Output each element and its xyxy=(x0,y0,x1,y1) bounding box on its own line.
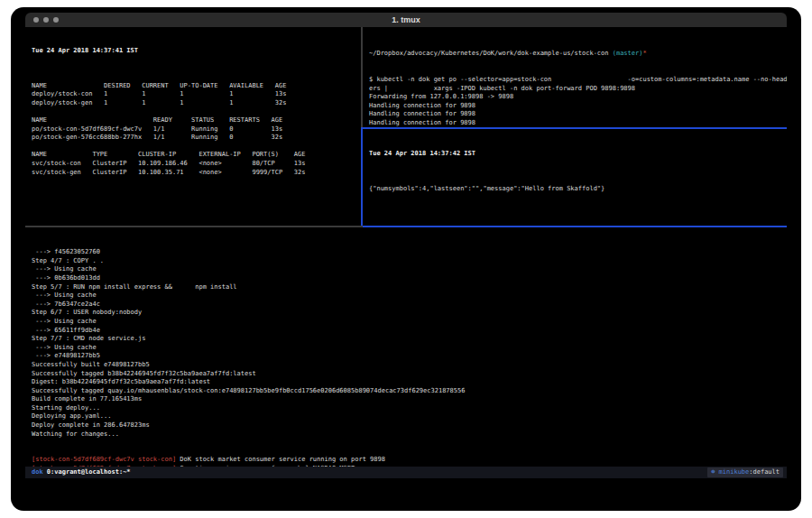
log-line: [stock-con-5d7df689cf-dwc7v stock-con] D… xyxy=(32,456,787,465)
pane-divider-horizontal-right-top[interactable] xyxy=(363,127,787,129)
git-branch: (master) xyxy=(613,50,643,57)
pane-divider-vertical-top[interactable] xyxy=(361,27,363,127)
tmux-session: Tue 24 Apr 2018 14:37:41 IST NAME DESIRE… xyxy=(25,27,787,467)
window-title: 1. tmux xyxy=(25,13,787,27)
terminal-window: 1. tmux Tue 24 Apr 2018 14:37:41 IST NAM… xyxy=(11,7,801,511)
curl-timestamp: Tue 24 Apr 2018 14:37:42 IST xyxy=(369,150,787,159)
k8s-context-name: minikube xyxy=(715,468,749,476)
curl-json-output: {"numsymbols":4,"lastseen":"","message":… xyxy=(369,176,787,193)
pane-divider-vertical-active[interactable] xyxy=(361,127,363,227)
pane-port-forward[interactable]: ~/Dropbox/advocacy/Kubernetes/DoK/work/d… xyxy=(364,27,787,127)
container-log-output: [stock-con-5d7df689cf-dwc7v stock-con] D… xyxy=(32,456,787,467)
tmux-status-bar: dok 0:vagrant@localhost:~* ☸ minikube:de… xyxy=(25,467,787,478)
port-forward-output: $ kubectl -n dok get po --selector=app=s… xyxy=(369,76,787,127)
prompt-path: ~/Dropbox/advocacy/Kubernetes/DoK/work/d… xyxy=(369,50,613,57)
k8s-context-badge: ☸ minikube:default xyxy=(707,467,783,477)
pane-kubectl-watch[interactable]: Tue 24 Apr 2018 14:37:41 IST NAME DESIRE… xyxy=(25,27,361,226)
git-dirty-flag: * xyxy=(642,50,646,57)
shell-prompt-line: ~/Dropbox/advocacy/Kubernetes/DoK/work/d… xyxy=(369,50,787,59)
titlebar: 1. tmux xyxy=(25,13,787,27)
k8s-namespace: :default xyxy=(749,468,780,476)
watch-timestamp: Tue 24 Apr 2018 14:37:41 IST xyxy=(32,47,361,56)
pane-divider-horizontal-left[interactable] xyxy=(25,226,363,227)
tmux-session-name: dok xyxy=(25,467,43,478)
pane-curl-response[interactable]: Tue 24 Apr 2018 14:37:42 IST {"numsymbol… xyxy=(364,129,787,226)
tmux-window-label[interactable]: 0:vagrant@localhost:~* xyxy=(43,467,131,478)
docker-build-output: ---> f45623052760 Step 4/7 : COPY . . --… xyxy=(32,248,787,439)
pane-divider-horizontal-right-bottom[interactable] xyxy=(363,226,787,227)
kubectl-resources-output: NAME DESIRED CURRENT UP-TO-DATE AVAILABL… xyxy=(32,73,361,177)
pane-skaffold-build[interactable]: ---> f45623052760 Step 4/7 : COPY . . --… xyxy=(25,227,787,467)
